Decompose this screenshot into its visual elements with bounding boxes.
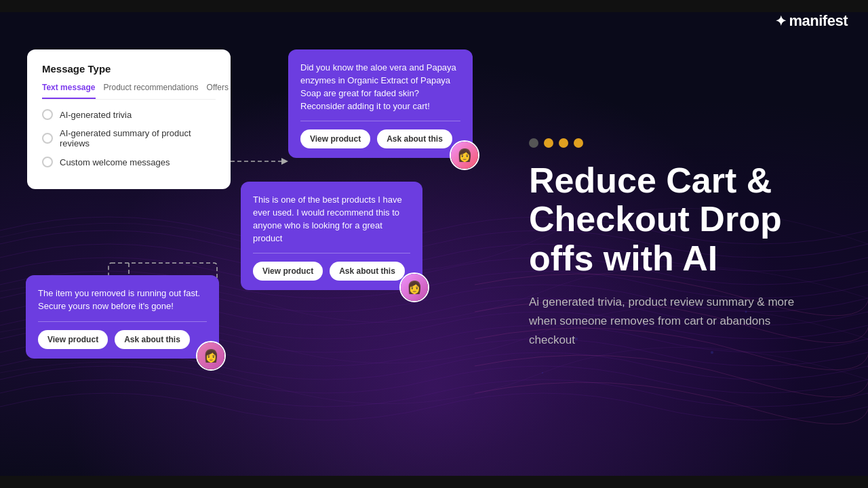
chat-card-3-divider	[38, 321, 207, 322]
avatar-3: 👩	[196, 341, 226, 371]
chat-card-1-text: Did you know the aloe vera and Papaya en…	[300, 62, 460, 113]
chat-card-3-view-btn[interactable]: View product	[38, 330, 108, 349]
radio-item-reviews[interactable]: AI-generated summary of product reviews	[42, 128, 216, 148]
svg-marker-6	[281, 158, 288, 165]
avatar-face-1: 👩	[451, 142, 478, 169]
tab-text-message[interactable]: Text message	[42, 83, 96, 99]
radio-item-trivia[interactable]: AI-generated trivia	[42, 109, 216, 120]
message-type-card: Message Type Text message Product recomm…	[27, 49, 231, 189]
chat-card-1: Did you know the aloe vera and Papaya en…	[288, 49, 473, 158]
tabs-row: Text message Product recommendations Off…	[42, 83, 216, 100]
dot-2	[544, 138, 553, 148]
content-wrapper: Message Type Text message Product recomm…	[0, 12, 868, 476]
radio-label-trivia: AI-generated trivia	[60, 110, 132, 120]
chat-card-2-buttons: View product Ask about this	[253, 262, 410, 281]
chat-card-2: This is one of the best products I have …	[241, 182, 422, 290]
chat-card-3-text: The item you removed is running out fast…	[38, 287, 207, 313]
avatar-face-2: 👩	[401, 274, 428, 301]
radio-label-welcome: Custom welcome messages	[60, 157, 170, 167]
radio-circle-trivia	[42, 109, 53, 120]
chat-card-2-divider	[253, 253, 410, 253]
bottom-bar	[0, 476, 868, 488]
chat-card-2-text: This is one of the best products I have …	[253, 194, 410, 245]
right-panel: Reduce Cart & Checkout Drop offs with AI…	[515, 12, 868, 476]
chat-card-1-buttons: View product Ask about this	[300, 129, 460, 148]
dot-3	[559, 138, 568, 148]
subtext: Ai generated trivia, product review summ…	[529, 293, 814, 350]
chat-card-1-view-btn[interactable]: View product	[300, 129, 370, 148]
left-panel: Message Type Text message Product recomm…	[0, 12, 515, 476]
logo: ✦ manifest	[775, 12, 848, 30]
card-title: Message Type	[42, 63, 216, 75]
dot-4	[574, 138, 583, 148]
radio-item-welcome[interactable]: Custom welcome messages	[42, 157, 216, 167]
chat-card-3: The item you removed is running out fast…	[26, 275, 219, 359]
logo-star-icon: ✦	[775, 13, 787, 29]
logo-text: manifest	[789, 12, 848, 30]
avatar-2: 👩	[399, 272, 429, 302]
tab-offers[interactable]: Offers	[207, 83, 229, 99]
dot-1	[529, 138, 538, 148]
top-bar	[0, 0, 868, 12]
tab-product-recommendations[interactable]: Product recommendations	[104, 83, 199, 99]
chat-card-3-buttons: View product Ask about this	[38, 330, 207, 349]
radio-circle-welcome	[42, 157, 53, 167]
avatar-1: 👩	[450, 140, 479, 170]
chat-card-1-ask-btn[interactable]: Ask about this	[377, 129, 452, 148]
headline: Reduce Cart & Checkout Drop offs with AI	[529, 161, 841, 278]
chat-card-2-view-btn[interactable]: View product	[253, 262, 323, 281]
chat-card-1-divider	[300, 121, 460, 121]
radio-circle-reviews	[42, 133, 53, 144]
chat-card-2-ask-btn[interactable]: Ask about this	[330, 262, 405, 281]
radio-label-reviews: AI-generated summary of product reviews	[60, 128, 216, 148]
dots-row	[529, 138, 841, 148]
avatar-face-3: 👩	[197, 342, 224, 369]
chat-card-3-ask-btn[interactable]: Ask about this	[115, 330, 190, 349]
